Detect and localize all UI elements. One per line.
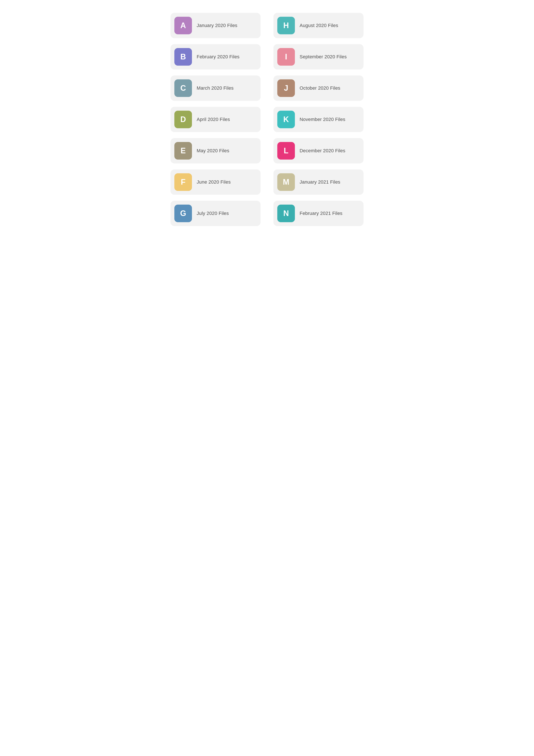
list-item-g[interactable]: GJuly 2020 Files <box>171 201 260 226</box>
item-label-j: October 2020 Files <box>300 85 340 91</box>
item-label-c: March 2020 Files <box>197 85 233 91</box>
item-label-k: November 2020 Files <box>300 117 345 122</box>
item-label-i: September 2020 Files <box>300 54 347 60</box>
avatar-m: M <box>277 173 295 191</box>
avatar-d: D <box>174 111 192 128</box>
list-item-c[interactable]: CMarch 2020 Files <box>171 75 260 101</box>
list-item-n[interactable]: NFebruary 2021 Files <box>274 201 363 226</box>
file-grid: AJanuary 2020 FilesHAugust 2020 FilesBFe… <box>171 13 363 226</box>
item-label-a: January 2020 Files <box>197 23 237 28</box>
avatar-c: C <box>174 79 192 97</box>
avatar-a: A <box>174 17 192 34</box>
avatar-h: H <box>277 17 295 34</box>
list-item-b[interactable]: BFebruary 2020 Files <box>171 44 260 69</box>
item-label-n: February 2021 Files <box>300 211 342 216</box>
list-item-e[interactable]: EMay 2020 Files <box>171 138 260 163</box>
list-item-l[interactable]: LDecember 2020 Files <box>274 138 363 163</box>
avatar-f: F <box>174 173 192 191</box>
avatar-g: G <box>174 204 192 222</box>
item-label-b: February 2020 Files <box>197 54 240 60</box>
list-item-f[interactable]: FJune 2020 Files <box>171 170 260 195</box>
item-label-l: December 2020 Files <box>300 148 345 153</box>
avatar-l: L <box>277 142 295 160</box>
avatar-i: I <box>277 48 295 66</box>
avatar-e: E <box>174 142 192 160</box>
item-label-e: May 2020 Files <box>197 148 229 153</box>
avatar-k: K <box>277 111 295 128</box>
list-item-j[interactable]: JOctober 2020 Files <box>274 75 363 101</box>
list-item-a[interactable]: AJanuary 2020 Files <box>171 13 260 38</box>
avatar-b: B <box>174 48 192 66</box>
item-label-m: January 2021 Files <box>300 179 340 185</box>
list-item-h[interactable]: HAugust 2020 Files <box>274 13 363 38</box>
avatar-n: N <box>277 204 295 222</box>
list-item-i[interactable]: ISeptember 2020 Files <box>274 44 363 69</box>
list-item-m[interactable]: MJanuary 2021 Files <box>274 170 363 195</box>
list-item-d[interactable]: DApril 2020 Files <box>171 107 260 132</box>
list-item-k[interactable]: KNovember 2020 Files <box>274 107 363 132</box>
item-label-h: August 2020 Files <box>300 23 338 28</box>
item-label-f: June 2020 Files <box>197 179 231 185</box>
avatar-j: J <box>277 79 295 97</box>
item-label-g: July 2020 Files <box>197 211 229 216</box>
item-label-d: April 2020 Files <box>197 117 230 122</box>
